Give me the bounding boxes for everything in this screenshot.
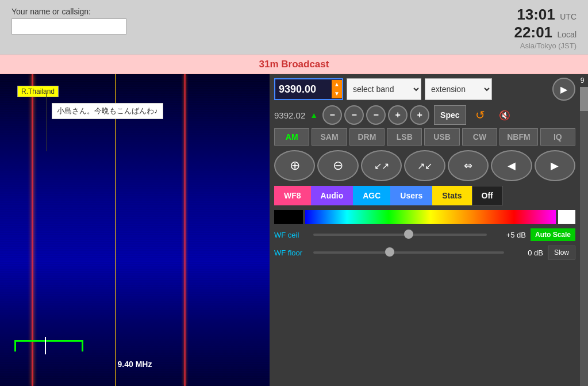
zoom-plus2-button[interactable]: +: [410, 105, 429, 125]
next-button[interactable]: ▶: [535, 150, 575, 181]
time-utc-row: 13:01 UTC: [514, 6, 577, 24]
colormap-gradient[interactable]: [305, 210, 556, 224]
wf-floor-track[interactable]: [313, 251, 504, 254]
freq-up-button[interactable]: ▲: [332, 80, 342, 89]
swap-button[interactable]: ⇔: [448, 150, 489, 181]
mode-am-button[interactable]: AM: [274, 128, 309, 146]
colormap-row: [270, 208, 580, 226]
time-local: 22:01: [514, 24, 553, 41]
zoom-controls: − − − + +: [322, 105, 429, 125]
wf-signal-mid: [115, 74, 116, 386]
wf-ceil-value: +5 dB: [491, 231, 526, 239]
callsign-input[interactable]: [11, 18, 126, 35]
mode-lsb-button[interactable]: LSB: [387, 128, 422, 146]
mode-iq-button[interactable]: IQ: [540, 128, 575, 146]
undo-button[interactable]: ↺: [471, 105, 490, 125]
utc-label: UTC: [560, 12, 577, 21]
mode-nbfm-button[interactable]: NBFM: [499, 128, 537, 146]
func-row: ⊕ ⊖ ↙↗ ↗↙ ⇔ ◀ ▶: [270, 148, 580, 184]
mode-row: AM SAM DRM LSB USB CW NBFM IQ: [270, 126, 580, 148]
mode-drm-button[interactable]: DRM: [349, 128, 385, 146]
control-panel: ▲ ▼ select band 160m80m40m 30m20m17m 15m…: [270, 74, 580, 386]
local-label: Local: [558, 30, 577, 39]
mute-button[interactable]: 🔇: [495, 105, 514, 125]
signal-center-line: [45, 337, 46, 354]
compress-button[interactable]: ↙↗: [361, 150, 402, 181]
callsign-label: Your name or callsign:: [11, 7, 126, 16]
timezone: Asia/Tokyo (JST): [514, 41, 577, 50]
wf-floor-thumb[interactable]: [385, 247, 394, 257]
time-local-row: 22:01 Local: [514, 24, 577, 41]
tab-users[interactable]: Users: [390, 186, 432, 205]
freq-link-icon[interactable]: ▲: [310, 110, 318, 120]
freq-input-wrapper: ▲ ▼: [274, 78, 343, 100]
auto-scale-button[interactable]: Auto Scale: [531, 228, 575, 241]
control-panel-inner: ▲ ▼ select band 160m80m40m 30m20m17m 15m…: [270, 74, 580, 386]
wf-ceil-thumb[interactable]: [404, 230, 413, 239]
top-header: Your name or callsign: 13:01 UTC 22:01 L…: [0, 0, 588, 55]
wf-floor-label: WF floor: [274, 249, 309, 257]
tab-row: WF8 Audio AGC Users Stats Off: [270, 184, 580, 208]
mode-usb-button[interactable]: USB: [424, 128, 459, 146]
wf-floor-value: 0 dB: [509, 249, 543, 257]
wf-ceil-track[interactable]: [313, 234, 487, 236]
wf-ceil-label: WF ceil: [274, 231, 309, 239]
extension-select[interactable]: extension CW SkimmerWSPRFT8: [425, 78, 492, 100]
freq-display-row: 9392.02 ▲ − − − + + Spec ↺ 🔇: [270, 104, 580, 126]
tab-off[interactable]: Off: [472, 186, 503, 205]
frequency-row: ▲ ▼ select band 160m80m40m 30m20m17m 15m…: [270, 74, 580, 104]
tab-stats[interactable]: Stats: [432, 186, 471, 205]
time-utc: 13:01: [517, 6, 555, 23]
callsign-area: Your name or callsign:: [11, 5, 126, 35]
zoom-out-button[interactable]: ⊖: [317, 150, 358, 181]
control-panel-wrap: ▲ ▼ select band 160m80m40m 30m20m17m 15m…: [270, 74, 588, 386]
prev-button[interactable]: ◀: [491, 150, 532, 181]
station-line: [46, 94, 47, 151]
slow-button[interactable]: Slow: [548, 246, 575, 259]
waterfall-area[interactable]: R.Thailand 小島さん。今晩もこんばんわ♪ 9.40 MHz: [0, 74, 270, 386]
waterfall-background: [0, 74, 270, 386]
mode-sam-button[interactable]: SAM: [312, 128, 347, 146]
zoom-in-button[interactable]: ⊕: [274, 150, 315, 181]
colormap-black: [274, 210, 303, 224]
spec-button[interactable]: Spec: [434, 105, 466, 125]
signal-indicator: [14, 340, 83, 351]
tab-wf8[interactable]: WF8: [274, 186, 311, 205]
freq-marker: 9.40 MHz: [118, 360, 152, 369]
freq-fine-display: 9392.02: [274, 110, 305, 120]
wf-signal-left: [32, 74, 33, 386]
wf-signal-right: [184, 74, 186, 386]
freq-arrows: ▲ ▼: [332, 80, 342, 98]
panel-scrollbar[interactable]: [580, 74, 588, 386]
station-label: R.Thailand: [17, 86, 59, 97]
broadcast-banner: 31m Broadcast: [0, 55, 588, 74]
band-select[interactable]: select band 160m80m40m 30m20m17m 15m12m1…: [347, 78, 421, 100]
tab-agc[interactable]: AGC: [353, 186, 390, 205]
zoom-plus1-button[interactable]: +: [388, 105, 408, 125]
time-area: 13:01 UTC 22:01 Local Asia/Tokyo (JST): [514, 5, 577, 50]
mode-cw-button[interactable]: CW: [462, 128, 497, 146]
freq-down-button[interactable]: ▼: [332, 89, 342, 98]
tab-audio[interactable]: Audio: [311, 186, 353, 205]
colormap-white: [558, 210, 575, 224]
right-indicator: 9: [577, 74, 588, 87]
wf-floor-row: WF floor 0 dB Slow: [270, 243, 580, 262]
expand-button[interactable]: ↗↙: [404, 150, 445, 181]
zoom-minus1-button[interactable]: −: [322, 105, 342, 125]
wf-ceil-row: WF ceil +5 dB Auto Scale: [270, 226, 580, 243]
main-content: R.Thailand 小島さん。今晩もこんばんわ♪ 9.40 MHz ▲ ▼: [0, 74, 588, 386]
play-button[interactable]: [552, 78, 575, 101]
zoom-minus2-button[interactable]: −: [344, 105, 364, 125]
station-message: 小島さん。今晩もこんばんわ♪: [52, 103, 163, 119]
zoom-minus3-button[interactable]: −: [366, 105, 386, 125]
